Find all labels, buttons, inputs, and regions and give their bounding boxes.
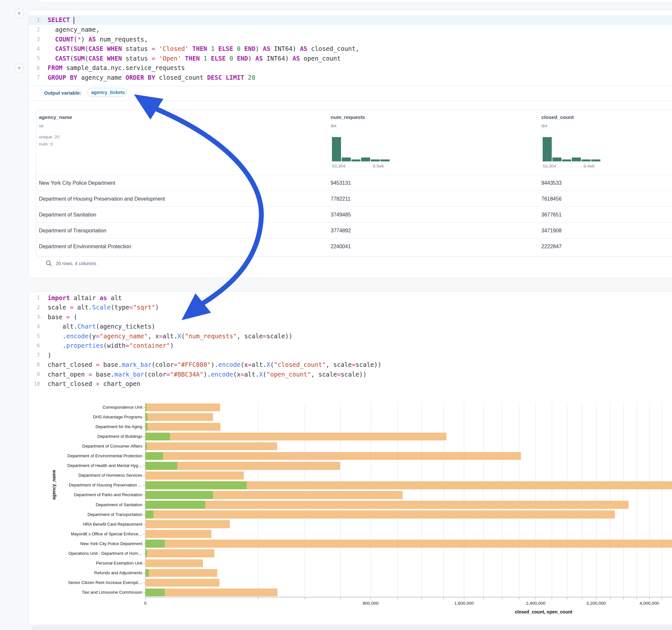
- gridline: [422, 403, 422, 597]
- bar-open-count[interactable]: [145, 452, 163, 460]
- code-line[interactable]: 3 COUNT(*) AS num_requests,: [29, 34, 672, 44]
- x-tick-label: 4,000,000: [640, 601, 659, 606]
- bar-closed-count[interactable]: [145, 559, 203, 567]
- bar-closed-count[interactable]: [145, 539, 672, 548]
- bar-closed-count[interactable]: [145, 413, 213, 421]
- altair-chart: Correspondence UnitDHS Advantage Program…: [29, 395, 672, 625]
- bar-row: [145, 520, 672, 528]
- category-label: DHS Advantage Programs: [45, 414, 142, 419]
- bar-closed-count[interactable]: [145, 510, 615, 518]
- column-header[interactable]: agency_name: [39, 114, 72, 120]
- bar-open-count[interactable]: [145, 549, 147, 557]
- line-number: 7: [29, 74, 40, 80]
- gridline: [596, 403, 597, 597]
- bar-row: [145, 462, 672, 470]
- add-cell-button-top[interactable]: +: [14, 9, 24, 19]
- code-line[interactable]: 2 agency_name,: [29, 25, 672, 35]
- gridline: [258, 403, 258, 597]
- code-line[interactable]: 6FROM sample_data.nyc.service_requests: [29, 63, 672, 73]
- bar-closed-count[interactable]: [145, 530, 211, 538]
- add-cell-button-output[interactable]: +: [14, 64, 24, 73]
- bar-open-count[interactable]: [145, 539, 165, 548]
- category-label: New York City Police Department: [45, 541, 142, 546]
- bar-closed-count[interactable]: [145, 579, 219, 587]
- line-number: 4: [29, 46, 40, 52]
- bar-open-count[interactable]: [145, 481, 247, 489]
- table-row[interactable]: Department of Sanitation37494853677651: [36, 207, 672, 222]
- x-tick: [519, 597, 519, 599]
- category-label: Department of Health and Mental Hyg…: [45, 463, 142, 468]
- output-variable-input[interactable]: agency_tickets: [87, 88, 127, 97]
- gridline: [610, 403, 610, 597]
- bar-open-count[interactable]: [145, 569, 149, 577]
- code-line[interactable]: 7): [29, 350, 672, 360]
- bar-row: [145, 559, 672, 567]
- gridline: [443, 403, 444, 597]
- table-row[interactable]: Department of Transportation377489234719…: [36, 222, 672, 238]
- code-line[interactable]: 3⌄base = (: [29, 312, 672, 322]
- column-header[interactable]: num_requests: [331, 114, 365, 120]
- notebook-page: + + 1⌄SELECT 2 agency_name,3 COUNT(*) AS…: [0, 0, 672, 630]
- line-number: 1: [29, 17, 40, 23]
- code-line[interactable]: 2scale = alt.Scale(type="sqrt"): [29, 303, 672, 312]
- search-icon[interactable]: [46, 260, 52, 266]
- gridline: [567, 403, 567, 597]
- fold-chevron-icon[interactable]: ⌄: [40, 315, 44, 319]
- code-line[interactable]: 5 .encode(y="agency_name", x=alt.X("num_…: [29, 331, 672, 341]
- bar-open-count[interactable]: [145, 423, 147, 431]
- code-line[interactable]: 6 .properties(width="container"): [29, 341, 672, 350]
- bar-open-count[interactable]: [145, 491, 213, 499]
- bar-open-count[interactable]: [145, 433, 170, 441]
- bar-closed-count[interactable]: [145, 588, 278, 597]
- table-row[interactable]: Department of Housing Preservation and D…: [36, 191, 672, 207]
- code-line[interactable]: 9chart_open = base.mark_bar(color="#8BC3…: [29, 369, 672, 379]
- bar-open-count[interactable]: [145, 588, 165, 597]
- table-row[interactable]: New York City Police Department945313194…: [36, 175, 672, 191]
- previous-cell-partial: [39, 0, 672, 3]
- x-tick-label: 3,200,000: [586, 601, 606, 606]
- category-label: Refunds and Adjustments: [45, 571, 142, 575]
- bar-open-count[interactable]: [145, 404, 146, 412]
- bar-closed-count[interactable]: [145, 452, 521, 460]
- category-label: Department of Homeless Services: [45, 473, 142, 478]
- table-cell: 3774892: [331, 223, 351, 239]
- x-tick: [258, 597, 258, 599]
- code-line[interactable]: 1import altair as alt: [29, 293, 672, 303]
- bar-closed-count[interactable]: [145, 501, 628, 509]
- x-tick: [340, 597, 341, 599]
- bar-closed-count[interactable]: [145, 569, 217, 577]
- bar-open-count[interactable]: [145, 510, 153, 518]
- sql-code-editor[interactable]: 1⌄SELECT 2 agency_name,3 COUNT(*) AS num…: [29, 15, 672, 82]
- line-number: 1: [29, 295, 40, 301]
- category-label: Department of Transportation: [45, 512, 142, 517]
- code-line[interactable]: 10chart_closed + chart_open: [29, 379, 672, 389]
- code-line[interactable]: 8chart_closed = base.mark_bar(color="#FF…: [29, 360, 672, 370]
- bar-closed-count[interactable]: [145, 471, 244, 480]
- table-cell: Department of Transportation: [39, 223, 106, 239]
- code-line[interactable]: 1⌄SELECT: [29, 15, 672, 25]
- code-line[interactable]: 7GROUP BY agency_name ORDER BY closed_co…: [29, 73, 672, 82]
- bar-closed-count[interactable]: [145, 520, 230, 528]
- bar-row: [145, 404, 672, 412]
- bar-closed-count[interactable]: [145, 442, 277, 451]
- column-type: i64: [542, 123, 547, 128]
- bar-closed-count[interactable]: [145, 404, 220, 412]
- bar-open-count[interactable]: [145, 462, 177, 470]
- line-number: 4: [29, 323, 40, 330]
- bar-closed-count[interactable]: [145, 433, 447, 441]
- bar-open-count[interactable]: [145, 413, 147, 421]
- python-code-editor[interactable]: 1import altair as alt2scale = alt.Scale(…: [29, 293, 672, 389]
- bar-open-count[interactable]: [145, 442, 147, 451]
- bar-open-count[interactable]: [145, 501, 205, 509]
- x-tick: [582, 597, 582, 599]
- column-header[interactable]: closed_count: [542, 114, 574, 120]
- code-line[interactable]: 4 alt.Chart(agency_tickets): [29, 322, 672, 332]
- x-tick-label: 1,600,000: [454, 601, 474, 606]
- fold-chevron-icon[interactable]: ⌄: [40, 18, 44, 22]
- bar-closed-count[interactable]: [145, 423, 220, 431]
- code-line[interactable]: 5 CAST(SUM(CASE WHEN status = 'Open' THE…: [29, 53, 672, 63]
- bar-closed-count[interactable]: [145, 549, 214, 557]
- table-row[interactable]: Department of Environmental Protection22…: [36, 238, 672, 254]
- bar-row: [145, 579, 672, 587]
- code-line[interactable]: 4 CAST(SUM(CASE WHEN status = 'Closed' T…: [29, 44, 672, 54]
